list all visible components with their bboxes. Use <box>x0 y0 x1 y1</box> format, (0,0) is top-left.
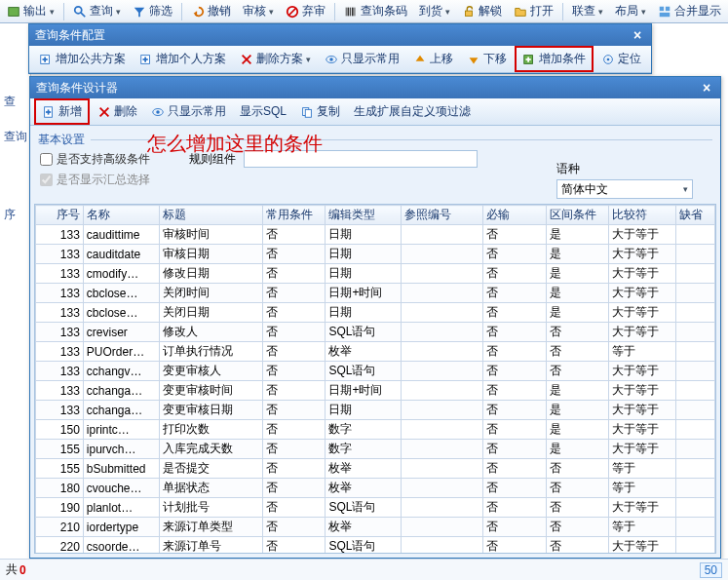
col-title[interactable]: 标题 <box>159 206 263 225</box>
cell[interactable] <box>402 284 483 303</box>
cell[interactable] <box>675 498 714 518</box>
cell[interactable]: 关闭时间 <box>159 284 263 303</box>
cell[interactable]: 否 <box>483 420 546 440</box>
cell[interactable]: planlot… <box>83 498 159 518</box>
cell[interactable]: 否 <box>263 264 326 284</box>
col-cmp[interactable]: 比较符 <box>609 206 676 225</box>
cell[interactable] <box>675 303 714 323</box>
cell[interactable]: 155 <box>36 440 84 459</box>
cell[interactable]: 否 <box>546 498 608 518</box>
cell[interactable]: 来源订单类型 <box>159 518 263 537</box>
table-row[interactable]: 155ipurvch…入库完成天数否数字否是大于等于 <box>36 440 715 459</box>
cell[interactable]: 入库完成天数 <box>159 440 263 459</box>
new-button[interactable]: 新增 <box>34 98 90 125</box>
cell[interactable] <box>675 401 714 420</box>
cell[interactable]: 否 <box>263 245 326 264</box>
cell[interactable]: 大于等于 <box>609 225 676 245</box>
cell[interactable]: 否 <box>546 362 608 381</box>
col-common[interactable]: 常用条件 <box>263 206 326 225</box>
output-button[interactable]: 输出▾ <box>2 2 59 20</box>
cell[interactable]: 否 <box>546 518 608 537</box>
cell[interactable]: 133 <box>36 362 84 381</box>
cell[interactable]: 133 <box>36 284 84 303</box>
cell[interactable]: iordertype <box>83 518 159 537</box>
cell[interactable]: 否 <box>546 479 608 498</box>
cell[interactable]: 否 <box>263 381 326 401</box>
cell[interactable]: cauditdate <box>83 245 159 264</box>
table-row[interactable]: 133caudittime审核时间否日期否是大于等于 <box>36 225 715 245</box>
table-row[interactable]: 133cbclose…关闭日期否日期否是大于等于 <box>36 303 715 323</box>
cell[interactable]: 是 <box>546 303 608 323</box>
cell[interactable]: 等于 <box>609 459 676 479</box>
cell[interactable]: 否 <box>263 323 326 342</box>
table-row[interactable]: 150iprintc…打印次数否数字否是大于等于 <box>36 420 715 440</box>
arrive-button[interactable]: 到货▾ <box>414 2 455 20</box>
table-row[interactable]: 133cmodify…修改日期否日期否是大于等于 <box>36 264 715 284</box>
cell[interactable]: 变更审核人 <box>159 362 263 381</box>
cell[interactable]: 否 <box>263 498 326 518</box>
table-row[interactable]: 133cchanga…变更审核日期否日期否是大于等于 <box>36 401 715 420</box>
cell[interactable]: 133 <box>36 245 84 264</box>
cell[interactable]: 大于等于 <box>609 284 676 303</box>
cell[interactable]: 133 <box>36 342 84 362</box>
cell[interactable] <box>675 342 714 362</box>
cell[interactable]: 是 <box>546 245 608 264</box>
cell[interactable]: 否 <box>483 284 546 303</box>
table-row[interactable]: 210iordertype来源订单类型否枚举否否等于 <box>36 518 715 537</box>
cell[interactable] <box>675 479 714 498</box>
cell[interactable] <box>675 381 714 401</box>
cell[interactable]: 否 <box>263 401 326 420</box>
cell[interactable] <box>402 381 483 401</box>
cell[interactable] <box>675 264 714 284</box>
cell[interactable]: 大于等于 <box>609 420 676 440</box>
cell[interactable]: bSubmitted <box>83 459 159 479</box>
cell[interactable]: 修改人 <box>159 323 263 342</box>
cell[interactable] <box>675 420 714 440</box>
add-condition-button[interactable]: 增加条件 <box>515 46 594 72</box>
cell[interactable]: 否 <box>263 440 326 459</box>
cell[interactable]: 否 <box>546 459 608 479</box>
cell[interactable]: 日期 <box>326 401 402 420</box>
cell[interactable]: 否 <box>546 537 608 555</box>
cell[interactable] <box>675 440 714 459</box>
cell[interactable]: 否 <box>546 342 608 362</box>
table-row[interactable]: 133cchangv…变更审核人否SQL语句否否大于等于 <box>36 362 715 381</box>
close-icon[interactable]: × <box>630 27 645 43</box>
cell[interactable]: 否 <box>483 303 546 323</box>
cell[interactable]: 等于 <box>609 479 676 498</box>
cell[interactable] <box>402 264 483 284</box>
cell[interactable]: 来源订单号 <box>159 537 263 555</box>
cell[interactable] <box>402 225 483 245</box>
cell[interactable]: cchangv… <box>83 362 159 381</box>
cell[interactable]: 修改日期 <box>159 264 263 284</box>
cell[interactable]: SQL语句 <box>326 537 402 555</box>
cell[interactable]: 变更审核日期 <box>159 401 263 420</box>
table-row[interactable]: 133PUOrder…订单执行情况否枚举否否等于 <box>36 342 715 362</box>
cell[interactable]: 是 <box>546 284 608 303</box>
cell[interactable]: 大于等于 <box>609 264 676 284</box>
cell[interactable]: 枚举 <box>326 342 402 362</box>
filter-button[interactable]: 筛选 <box>128 2 177 20</box>
cancel-audit-button[interactable]: 弃审 <box>281 2 330 20</box>
unlock-button[interactable]: 解锁 <box>457 2 507 20</box>
cell[interactable]: cbclose… <box>83 284 159 303</box>
merge-show-button[interactable]: 合并显示 <box>653 2 726 20</box>
dialog1-titlebar[interactable]: 查询条件配置 × <box>29 24 651 46</box>
cell[interactable]: 133 <box>36 264 84 284</box>
query-barcode-button[interactable]: 查询条码 <box>339 2 412 20</box>
cell[interactable] <box>402 440 483 459</box>
cell[interactable]: 大于等于 <box>609 381 676 401</box>
adv-checkbox[interactable]: 是否支持高级条件 <box>40 150 150 168</box>
link-query-button[interactable]: 联查▾ <box>567 2 608 20</box>
move-up-button[interactable]: 上移 <box>407 48 459 70</box>
delete-plan-button[interactable]: 删除方案▾ <box>234 48 317 70</box>
cell[interactable]: 否 <box>483 498 546 518</box>
col-name[interactable]: 名称 <box>83 206 159 225</box>
cell[interactable]: iprintc… <box>83 420 159 440</box>
cell[interactable]: 133 <box>36 225 84 245</box>
cell[interactable]: 133 <box>36 323 84 342</box>
cell[interactable]: 单据状态 <box>159 479 263 498</box>
cell[interactable]: 是 <box>546 420 608 440</box>
locate-button[interactable]: 定位 <box>595 48 647 70</box>
cell[interactable]: 否 <box>483 518 546 537</box>
